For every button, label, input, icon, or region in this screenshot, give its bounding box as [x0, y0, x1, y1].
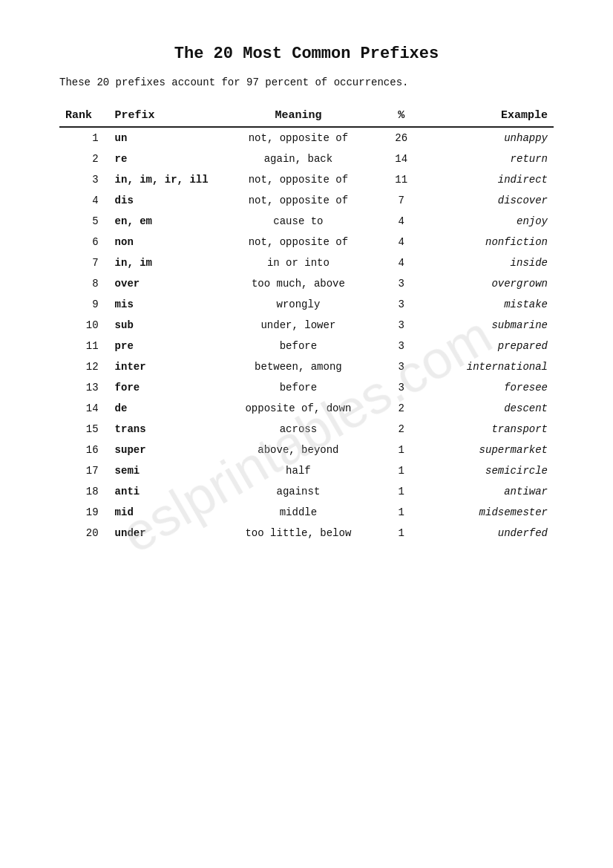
table-row: 15transacross2transport [59, 419, 554, 440]
cell-rank: 3 [59, 169, 109, 190]
cell-example: prepared [422, 336, 554, 356]
cell-prefix: sub [109, 315, 216, 336]
cell-example: supermarket [422, 440, 554, 460]
cell-pct: 3 [381, 273, 422, 294]
cell-rank: 5 [59, 211, 109, 232]
cell-pct: 1 [381, 440, 422, 460]
cell-prefix: semi [109, 460, 216, 481]
subtitle: These 20 prefixes account for 97 percent… [59, 76, 554, 88]
cell-meaning: too much, above [216, 273, 381, 294]
cell-meaning: not, opposite of [216, 190, 381, 211]
cell-meaning: cause to [216, 211, 381, 232]
table-row: 17semihalf1semicircle [59, 460, 554, 481]
cell-rank: 13 [59, 377, 109, 398]
table-row: 5en, emcause to4enjoy [59, 211, 554, 232]
cell-rank: 6 [59, 232, 109, 252]
cell-prefix: inter [109, 356, 216, 377]
cell-pct: 4 [381, 211, 422, 232]
cell-meaning: before [216, 336, 381, 356]
cell-rank: 11 [59, 336, 109, 356]
header-example: Example [422, 105, 554, 127]
cell-rank: 10 [59, 315, 109, 336]
cell-pct: 1 [381, 460, 422, 481]
cell-meaning: not, opposite of [216, 232, 381, 252]
cell-pct: 7 [381, 190, 422, 211]
cell-prefix: in, im, ir, ill [109, 169, 216, 190]
header-meaning: Meaning [216, 105, 381, 127]
header-rank: Rank [59, 105, 109, 127]
cell-meaning: above, beyond [216, 440, 381, 460]
cell-example: indirect [422, 169, 554, 190]
cell-meaning: half [216, 460, 381, 481]
header-prefix: Prefix [109, 105, 216, 127]
cell-example: nonfiction [422, 232, 554, 252]
cell-pct: 14 [381, 149, 422, 169]
cell-prefix: en, em [109, 211, 216, 232]
cell-example: inside [422, 252, 554, 273]
cell-prefix: super [109, 440, 216, 460]
cell-prefix: over [109, 273, 216, 294]
cell-prefix: mis [109, 294, 216, 315]
cell-pct: 3 [381, 294, 422, 315]
cell-example: submarine [422, 315, 554, 336]
table-header-row: Rank Prefix Meaning % Example [59, 105, 554, 127]
cell-prefix: in, im [109, 252, 216, 273]
cell-rank: 7 [59, 252, 109, 273]
cell-prefix: fore [109, 377, 216, 398]
cell-meaning: too little, below [216, 523, 381, 544]
cell-example: descent [422, 398, 554, 419]
cell-rank: 9 [59, 294, 109, 315]
cell-rank: 18 [59, 481, 109, 502]
cell-pct: 1 [381, 502, 422, 523]
cell-pct: 1 [381, 481, 422, 502]
cell-prefix: pre [109, 336, 216, 356]
cell-prefix: non [109, 232, 216, 252]
cell-meaning: opposite of, down [216, 398, 381, 419]
cell-pct: 1 [381, 523, 422, 544]
cell-example: return [422, 149, 554, 169]
cell-prefix: re [109, 149, 216, 169]
table-row: 9miswrongly3mistake [59, 294, 554, 315]
cell-rank: 19 [59, 502, 109, 523]
cell-meaning: between, among [216, 356, 381, 377]
table-row: 18antiagainst1antiwar [59, 481, 554, 502]
cell-meaning: not, opposite of [216, 127, 381, 149]
cell-pct: 3 [381, 356, 422, 377]
table-row: 20undertoo little, below1underfed [59, 523, 554, 544]
cell-example: transport [422, 419, 554, 440]
cell-meaning: middle [216, 502, 381, 523]
cell-example: unhappy [422, 127, 554, 149]
cell-prefix: de [109, 398, 216, 419]
cell-meaning: before [216, 377, 381, 398]
table-row: 12interbetween, among3international [59, 356, 554, 377]
table-row: 19midmiddle1midsemester [59, 502, 554, 523]
cell-pct: 2 [381, 398, 422, 419]
cell-meaning: against [216, 481, 381, 502]
cell-pct: 3 [381, 315, 422, 336]
table-row: 2reagain, back14return [59, 149, 554, 169]
cell-pct: 3 [381, 336, 422, 356]
cell-meaning: wrongly [216, 294, 381, 315]
page-title: The 20 Most Common Prefixes [59, 45, 554, 63]
cell-meaning: not, opposite of [216, 169, 381, 190]
cell-rank: 20 [59, 523, 109, 544]
cell-example: underfed [422, 523, 554, 544]
cell-example: enjoy [422, 211, 554, 232]
table-row: 6nonnot, opposite of4nonfiction [59, 232, 554, 252]
cell-prefix: un [109, 127, 216, 149]
cell-pct: 26 [381, 127, 422, 149]
cell-rank: 4 [59, 190, 109, 211]
cell-rank: 8 [59, 273, 109, 294]
table-row: 7in, imin or into4inside [59, 252, 554, 273]
cell-prefix: anti [109, 481, 216, 502]
cell-rank: 1 [59, 127, 109, 149]
cell-example: antiwar [422, 481, 554, 502]
table-row: 13forebefore3foresee [59, 377, 554, 398]
cell-prefix: dis [109, 190, 216, 211]
cell-rank: 2 [59, 149, 109, 169]
table-row: 1unnot, opposite of26unhappy [59, 127, 554, 149]
cell-example: midsemester [422, 502, 554, 523]
cell-meaning: across [216, 419, 381, 440]
table-row: 14deopposite of, down2descent [59, 398, 554, 419]
cell-prefix: trans [109, 419, 216, 440]
